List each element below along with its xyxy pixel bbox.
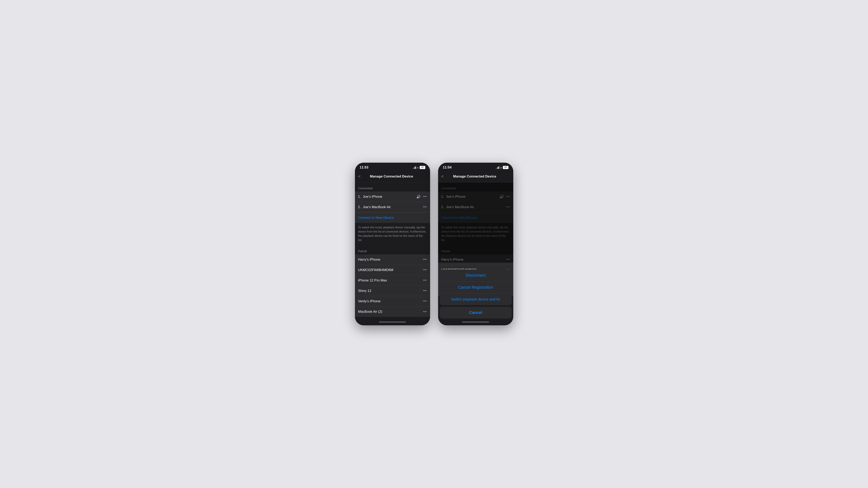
home-indicator-1 xyxy=(355,319,430,325)
signal-icon-1 xyxy=(413,166,416,169)
nav-title-2: Manage Connected Device xyxy=(445,174,504,178)
battery-icon-1: 77 xyxy=(420,166,425,169)
nav-title-1: Manage Connected Device xyxy=(362,174,421,178)
disconnect-button[interactable]: Disconnect xyxy=(440,269,512,282)
content-1: Connected 1. Joe's iPhone 🔊 ••• 2. Joe's… xyxy=(355,183,430,319)
home-bar-1 xyxy=(379,322,406,323)
signal-icon-2 xyxy=(496,166,499,169)
speaker-icon-0: 🔊 xyxy=(416,195,421,199)
device-number-0: 1. xyxy=(358,195,363,198)
paired-more-4[interactable]: ••• xyxy=(423,299,427,303)
connected-device-item-1[interactable]: 2. Joe's MacBook Air ••• xyxy=(355,202,430,213)
connected-section-label-1: Connected xyxy=(355,183,430,192)
paired-device-list-1: Harry's iPhone ••• UKMC02FW6B4MD6M ••• i… xyxy=(355,254,430,317)
paired-name-2: iPhone 12 Pro Max xyxy=(358,279,423,283)
paired-more-5[interactable]: ••• xyxy=(423,310,427,314)
paired-more-0[interactable]: ••• xyxy=(423,257,427,262)
connect-new-device-btn-1[interactable]: Connect to New Device xyxy=(355,213,430,223)
status-icons-1: 𝝐 77 xyxy=(413,166,425,169)
back-button-1[interactable]: < xyxy=(358,173,362,180)
paired-section-label-1: Paired xyxy=(355,246,430,254)
battery-icon-2: 77 xyxy=(503,166,508,169)
paired-item-5[interactable]: MacBook Air (2) ••• xyxy=(355,306,430,317)
status-bar-1: 11:53 𝝐 77 xyxy=(355,163,430,171)
more-menu-icon-1[interactable]: ••• xyxy=(423,205,427,209)
paired-name-5: MacBook Air (2) xyxy=(358,310,423,314)
paired-name-4: Verity's iPhone xyxy=(358,299,423,303)
connect-new-label-1[interactable]: Connect to New Device xyxy=(358,216,394,220)
phone-2: 11:54 𝝐 77 < Manage Connected Device Con… xyxy=(438,163,513,325)
wifi-icon-2: 𝝐 xyxy=(500,166,502,169)
back-button-2[interactable]: < xyxy=(441,173,445,180)
paired-more-1[interactable]: ••• xyxy=(423,268,427,272)
status-bar-2: 11:54 𝝐 77 xyxy=(438,163,513,171)
paired-item-1[interactable]: UKMC02FW6B4MD6M ••• xyxy=(355,265,430,275)
switch-playback-button[interactable]: Switch playback device and fix xyxy=(440,293,512,305)
backdrop-overlay xyxy=(438,183,513,263)
connected-device-list-1: 1. Joe's iPhone 🔊 ••• 2. Joe's MacBook A… xyxy=(355,192,430,223)
status-time-2: 11:54 xyxy=(443,165,452,169)
status-time-1: 11:53 xyxy=(360,165,368,169)
paired-item-3[interactable]: Shiny 12 ••• xyxy=(355,286,430,296)
paired-more-2[interactable]: ••• xyxy=(423,278,427,283)
paired-more-3[interactable]: ••• xyxy=(423,289,427,293)
paired-name-0: Harry's iPhone xyxy=(358,258,423,262)
nav-bar-1: < Manage Connected Device xyxy=(355,171,430,183)
more-menu-icon-0[interactable]: ••• xyxy=(423,195,427,199)
paired-item-2[interactable]: iPhone 12 Pro Max ••• xyxy=(355,275,430,286)
phone-1: 11:53 𝝐 77 < Manage Connected Device Con… xyxy=(355,163,430,325)
nav-bar-2: < Manage Connected Device xyxy=(438,171,513,183)
wifi-icon-1: 𝝐 xyxy=(417,166,418,169)
device-number-1: 2. xyxy=(358,205,363,209)
action-sheet: Disconnect Cancel Registration Switch pl… xyxy=(438,269,513,325)
device-name-1: Joe's MacBook Air xyxy=(363,205,423,209)
cancel-registration-button[interactable]: Cancel Registration xyxy=(440,282,512,293)
status-icons-2: 𝝐 77 xyxy=(496,166,508,169)
device-name-0: Joe's iPhone xyxy=(363,195,416,199)
cancel-button[interactable]: Cancel xyxy=(440,307,512,319)
paired-item-0[interactable]: Harry's iPhone ••• xyxy=(355,254,430,265)
paired-name-3: Shiny 12 xyxy=(358,289,423,293)
paired-item-4[interactable]: Verity's iPhone ••• xyxy=(355,296,430,306)
paired-name-1: UKMC02FW6B4MD6M xyxy=(358,268,423,272)
description-text-1: To switch the music playback device manu… xyxy=(355,223,430,246)
action-group-main: Disconnect Cancel Registration Switch pl… xyxy=(440,269,512,305)
connected-device-item-0[interactable]: 1. Joe's iPhone 🔊 ••• xyxy=(355,192,430,202)
